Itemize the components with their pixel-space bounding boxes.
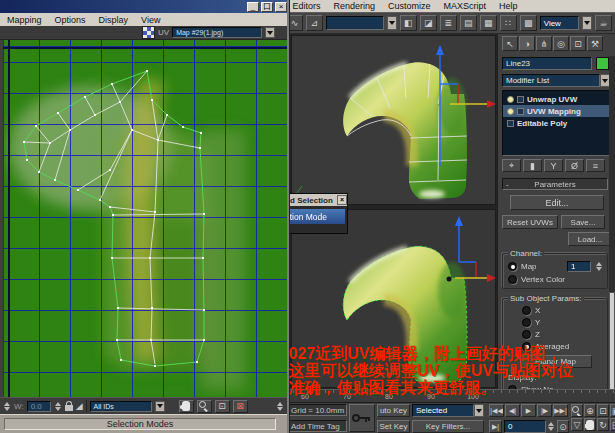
tab-motion-icon[interactable]: ◎ bbox=[553, 36, 569, 51]
vertex-color-radio[interactable] bbox=[508, 275, 517, 284]
save-uvws-button[interactable]: Save... bbox=[561, 215, 605, 229]
tab-utilities-icon[interactable]: ⚒ bbox=[587, 36, 603, 51]
key-selection-arrow[interactable] bbox=[474, 404, 484, 417]
material-id-arrow[interactable] bbox=[155, 401, 165, 412]
menu-help[interactable]: Help bbox=[499, 1, 518, 11]
set-key-button[interactable]: Set Key bbox=[377, 420, 410, 433]
update-map-icon[interactable]: ◢ bbox=[76, 401, 83, 411]
y-radio[interactable] bbox=[522, 318, 531, 327]
key-selection-dropdown[interactable]: Selected bbox=[412, 404, 484, 417]
auto-key-button[interactable]: uto Key bbox=[377, 404, 410, 417]
lightbulb-icon[interactable] bbox=[507, 108, 514, 115]
x-radio[interactable] bbox=[522, 306, 531, 315]
lightbulb-icon[interactable] bbox=[507, 96, 514, 103]
close-icon[interactable]: × bbox=[275, 2, 287, 12]
map-channel-spinner[interactable] bbox=[595, 262, 603, 271]
zoom-extents-all-icon[interactable]: ▣ bbox=[610, 404, 615, 417]
named-selection-arrow[interactable] bbox=[387, 16, 397, 30]
menu-graph-editors[interactable]: h Editors bbox=[285, 1, 321, 11]
show-end-result-icon[interactable]: ▮ bbox=[523, 159, 542, 172]
uv-shell-wireframe[interactable] bbox=[3, 40, 287, 397]
tab-hierarchy-icon[interactable]: ⋔ bbox=[536, 36, 552, 51]
map-channel-radio[interactable] bbox=[508, 262, 517, 271]
map-channel-value[interactable]: 1 bbox=[567, 261, 591, 272]
menu-customize[interactable]: Customize bbox=[388, 1, 431, 11]
minimize-icon[interactable]: _ bbox=[247, 2, 259, 12]
uv-canvas[interactable] bbox=[3, 40, 287, 397]
key-mode-toggle-icon[interactable]: ⊙ bbox=[557, 420, 569, 433]
render-type-dropdown[interactable]: View bbox=[540, 16, 579, 30]
panel-scrollbar[interactable] bbox=[609, 56, 615, 400]
modifier-unwrap-uvw[interactable]: Unwrap UVW bbox=[503, 93, 609, 105]
maximize-viewport-icon[interactable]: ◱ bbox=[610, 418, 615, 431]
render-setup-icon[interactable]: ▩ bbox=[520, 15, 537, 31]
lock-icon[interactable] bbox=[65, 405, 73, 411]
menu-display[interactable]: Display bbox=[99, 15, 129, 25]
selection-dialog-titlebar[interactable]: ted Selection × bbox=[281, 194, 347, 206]
material-editor-icon[interactable]: ∷ bbox=[500, 15, 517, 31]
menu-mapping[interactable]: Mapping bbox=[7, 15, 42, 25]
uv-window-titlebar[interactable]: _ 口 × bbox=[0, 0, 290, 13]
viewport-top[interactable] bbox=[291, 35, 496, 205]
object-color-swatch[interactable] bbox=[596, 57, 609, 70]
current-frame-field[interactable]: 0 bbox=[504, 420, 546, 433]
frame-spinner[interactable] bbox=[547, 420, 555, 433]
pan-icon[interactable] bbox=[584, 418, 596, 431]
reset-uvws-button[interactable]: Reset UVWs bbox=[502, 215, 558, 229]
go-to-start-button[interactable]: |◀◀ bbox=[489, 404, 504, 417]
zoom-all-icon[interactable]: ⊕ bbox=[584, 404, 596, 417]
play-button[interactable]: ▶ bbox=[521, 404, 536, 417]
edit-uvws-button[interactable]: Edit... bbox=[510, 195, 604, 210]
menu-view[interactable]: View bbox=[141, 15, 160, 25]
schematic-view-icon[interactable]: ▦ bbox=[480, 15, 497, 31]
next-frame-button[interactable]: |▶ bbox=[537, 404, 552, 417]
configure-modifier-sets-icon[interactable]: ≡ bbox=[586, 159, 605, 172]
modifier-list-dropdown[interactable]: Modifier List bbox=[502, 74, 600, 87]
field-of-view-icon[interactable]: ▽ bbox=[571, 418, 583, 431]
mirror-icon[interactable]: ◧ bbox=[400, 15, 417, 31]
uv-zoom-region-icon[interactable]: ⊡ bbox=[215, 400, 230, 413]
z-radio[interactable] bbox=[522, 330, 531, 339]
map-texture-arrow[interactable] bbox=[265, 27, 275, 38]
uv-zoom-icon[interactable] bbox=[197, 400, 212, 413]
right-spinner[interactable] bbox=[276, 402, 284, 411]
menu-options[interactable]: Options bbox=[55, 15, 86, 25]
set-keys-button[interactable] bbox=[349, 404, 375, 432]
selection-mode-item[interactable]: ation Mode bbox=[283, 209, 345, 224]
v-spinner[interactable] bbox=[3, 402, 11, 411]
pin-stack-icon[interactable]: ⌖ bbox=[502, 159, 521, 172]
tab-display-icon[interactable]: ⊡ bbox=[570, 36, 586, 51]
quick-render-teapot-icon[interactable]: ☕ bbox=[595, 15, 612, 31]
w-value-field[interactable]: 0.0 bbox=[27, 401, 51, 412]
menu-maxscript[interactable]: MAXScript bbox=[444, 1, 487, 11]
menu-rendering[interactable]: Rendering bbox=[334, 1, 376, 11]
material-id-dropdown[interactable]: All IDs bbox=[90, 401, 152, 412]
uv-zoom-selected-icon[interactable]: ⊠ bbox=[233, 400, 248, 413]
load-uvws-button[interactable]: Load... bbox=[568, 232, 612, 246]
previous-frame-button[interactable]: ◀| bbox=[505, 404, 520, 417]
angle-snap-icon[interactable]: ⊿ bbox=[306, 15, 323, 31]
go-to-end-button[interactable]: ▶▶| bbox=[553, 404, 568, 417]
modifier-editable-poly[interactable]: Editable Poly bbox=[503, 117, 609, 129]
arc-rotate-icon[interactable]: ↻ bbox=[597, 418, 609, 431]
tab-create-icon[interactable]: ↖ bbox=[502, 36, 518, 51]
w-spinner[interactable] bbox=[54, 402, 62, 411]
align-icon[interactable]: ◪ bbox=[420, 15, 437, 31]
key-filters-button[interactable]: Key Filters... bbox=[412, 420, 484, 433]
maximize-icon[interactable]: 口 bbox=[261, 2, 273, 12]
zoom-extents-icon[interactable]: ⊡ bbox=[597, 404, 609, 417]
object-name-field[interactable]: Line23 bbox=[502, 57, 592, 70]
parameters-rollout-header[interactable]: - Parameters bbox=[502, 178, 608, 190]
render-type-arrow[interactable] bbox=[582, 16, 592, 30]
remove-modifier-icon[interactable]: Ø bbox=[565, 159, 584, 172]
curve-editor-icon[interactable]: ▤ bbox=[460, 15, 477, 31]
layers-icon[interactable]: ≣ bbox=[440, 15, 457, 31]
modifier-uvw-mapping[interactable]: UVW Mapping bbox=[503, 105, 609, 117]
zoom-icon[interactable] bbox=[571, 404, 583, 417]
show-map-checker-icon[interactable] bbox=[142, 26, 155, 39]
add-time-tag[interactable]: Add Time Tag bbox=[287, 420, 347, 432]
tab-modify-icon[interactable]: ◑ bbox=[519, 36, 535, 51]
uv-pan-icon[interactable] bbox=[179, 400, 194, 413]
map-texture-dropdown[interactable]: Map #29(1.jpg) bbox=[172, 27, 262, 38]
close-icon[interactable]: × bbox=[337, 195, 347, 205]
